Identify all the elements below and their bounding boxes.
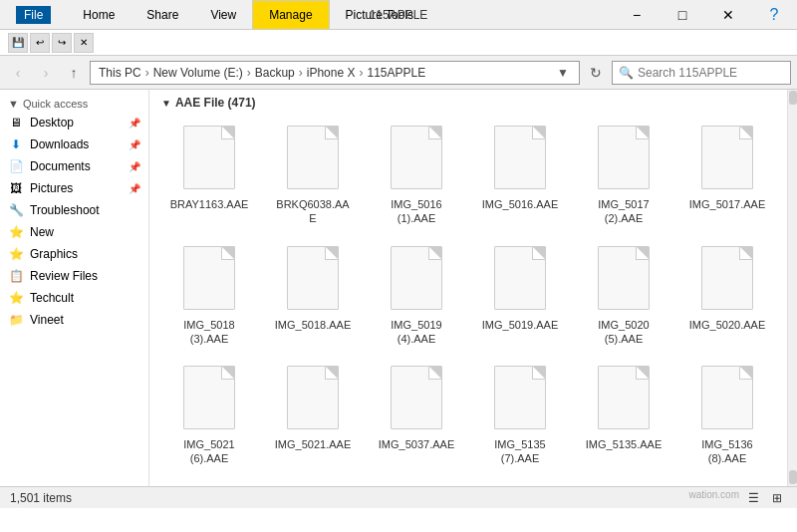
path-iphone[interactable]: iPhone X (307, 66, 356, 80)
file-label: IMG_5037.AAE (379, 437, 454, 451)
status-bar: 1,501 items wation.com ☰ ⊞ (0, 486, 797, 508)
up-button[interactable]: ↑ (62, 61, 86, 85)
grid-view-button[interactable]: ⊞ (767, 489, 787, 507)
file-label: IMG_5021.AAE (275, 437, 351, 451)
file-item[interactable] (576, 478, 671, 486)
section-header[interactable]: ▼ AAE File (471) (149, 90, 787, 114)
save-button-toolbar[interactable]: 💾 (8, 33, 28, 53)
file-item[interactable]: IMG_5021 (6).AAE (161, 358, 257, 470)
forward-button[interactable]: › (34, 61, 58, 85)
file-icon (177, 482, 241, 486)
pin-icon-downloads: 📌 (129, 139, 140, 150)
minimize-button[interactable]: − (614, 0, 660, 29)
pin-icon-pictures: 📌 (129, 183, 140, 194)
file-item[interactable]: IMG_5021.AAE (265, 358, 361, 470)
close-button[interactable]: ✕ (705, 0, 751, 29)
list-view-button[interactable]: ☰ (743, 489, 763, 507)
undo-button-toolbar[interactable]: ↩ (30, 33, 50, 53)
sidebar-item-vineet[interactable]: 📁 Vineet (0, 309, 148, 331)
file-label: IMG_5021 (6).AAE (183, 437, 234, 466)
maximize-button[interactable]: □ (660, 0, 705, 29)
file-item[interactable]: IMG_5017 (2).AAE (576, 118, 671, 230)
quick-access-header[interactable]: ▼ Quick access (0, 94, 148, 112)
file-item[interactable]: IMG_5020 (5).AAE (576, 238, 671, 351)
sidebar-item-troubleshoot[interactable]: 🔧 Troubleshoot (0, 199, 148, 221)
tab-file[interactable]: File (0, 0, 67, 29)
search-box[interactable]: 🔍 (612, 61, 791, 85)
sidebar-item-techcult[interactable]: ⭐ Techcult (0, 287, 148, 309)
sidebar-item-desktop[interactable]: 🖥 Desktop 📌 (0, 112, 148, 133)
sidebar-label-downloads: Downloads (30, 137, 89, 151)
path-this-pc[interactable]: This PC (99, 66, 141, 80)
sidebar-item-documents[interactable]: 📄 Documents 📌 (0, 155, 148, 177)
sidebar-label-review-files: Review Files (30, 269, 98, 283)
file-item[interactable]: IMG_5020.AAE (679, 238, 775, 351)
refresh-button[interactable]: ↻ (584, 61, 608, 85)
file-item[interactable]: IMG_5135.AAE (576, 358, 671, 470)
file-label: IMG_5016.AAE (482, 197, 558, 211)
delete-button-toolbar[interactable]: ✕ (74, 33, 94, 53)
sidebar-item-pictures[interactable]: 🖼 Pictures 📌 (0, 177, 148, 199)
path-backup[interactable]: Backup (255, 66, 295, 80)
file-item[interactable]: IMG_5018 (3).AAE (161, 238, 257, 351)
path-new-volume[interactable]: New Volume (E:) (153, 66, 243, 80)
file-label: BRAY1163.AAE (170, 197, 249, 211)
file-item[interactable] (265, 478, 361, 486)
file-label: IMG_5135.AAE (586, 437, 662, 451)
main-layout: ▼ Quick access 🖥 Desktop 📌 ⬇ Downloads 📌… (0, 90, 797, 486)
file-icon (281, 242, 345, 314)
redo-button-toolbar[interactable]: ↪ (52, 33, 72, 53)
file-label: IMG_5016 (1).AAE (391, 197, 441, 226)
sidebar-label-graphics: Graphics (30, 247, 78, 261)
address-path[interactable]: This PC › New Volume (E:) › Backup › iPh… (90, 61, 580, 85)
scrollbar-vertical[interactable] (787, 90, 797, 486)
file-item[interactable]: IMG_5018.AAE (265, 238, 361, 351)
search-icon: 🔍 (619, 66, 634, 80)
sidebar-item-review-files[interactable]: 📋 Review Files (0, 265, 148, 287)
file-icon (592, 362, 656, 433)
search-input[interactable] (638, 66, 787, 80)
section-label: AAE File (471) (175, 96, 256, 110)
file-icon (281, 122, 345, 193)
tab-home[interactable]: Home (67, 0, 131, 29)
path-dropdown-button[interactable]: ▼ (555, 65, 571, 81)
help-button[interactable]: ? (751, 0, 797, 29)
file-item[interactable]: IMG_5016.AAE (472, 118, 568, 230)
path-current[interactable]: 115APPLE (367, 66, 425, 80)
tab-view[interactable]: View (194, 0, 252, 29)
file-item[interactable]: IMG_5016 (1).AAE (369, 118, 464, 230)
sidebar-item-graphics[interactable]: ⭐ Graphics (0, 243, 148, 265)
file-item[interactable]: IMG_5017.AAE (679, 118, 775, 230)
file-tab-label[interactable]: File (16, 6, 51, 24)
file-item[interactable]: BRAY1163.AAE (161, 118, 257, 230)
file-label: IMG_5017.AAE (689, 197, 765, 211)
file-item[interactable]: IMG_5135 (7).AAE (472, 358, 568, 470)
file-item[interactable] (679, 478, 775, 486)
file-item[interactable]: BRKQ6038.AAE (265, 118, 361, 230)
file-item[interactable] (472, 478, 568, 486)
tab-manage[interactable]: Manage (252, 0, 329, 29)
pin-icon-desktop: 📌 (129, 118, 140, 129)
file-icon (177, 362, 241, 433)
file-label: IMG_5019.AAE (482, 318, 558, 332)
sidebar-item-downloads[interactable]: ⬇ Downloads 📌 (0, 133, 148, 155)
file-item[interactable] (369, 478, 464, 486)
file-item[interactable]: IMG_5037.AAE (369, 358, 464, 470)
file-item[interactable] (161, 478, 257, 486)
quick-access-label: Quick access (23, 98, 88, 110)
file-icon (281, 482, 345, 486)
file-icon (385, 122, 448, 193)
content-area: ▼ AAE File (471) BRAY1163.AAEBRKQ6038.AA… (149, 90, 787, 486)
troubleshoot-icon: 🔧 (8, 202, 24, 218)
file-label: IMG_5018 (3).AAE (183, 318, 234, 347)
file-item[interactable]: IMG_5019 (4).AAE (369, 238, 464, 351)
sidebar-item-new[interactable]: ⭐ New (0, 221, 148, 243)
review-files-icon: 📋 (8, 268, 24, 284)
ribbon-content: 💾 ↩ ↪ ✕ (0, 30, 797, 56)
back-button[interactable]: ‹ (6, 61, 30, 85)
watermark: wation.com (688, 489, 739, 507)
tab-share[interactable]: Share (131, 0, 194, 29)
file-item[interactable]: IMG_5019.AAE (472, 238, 568, 351)
file-item[interactable]: IMG_5136 (8).AAE (679, 358, 775, 470)
sidebar-label-documents: Documents (30, 159, 91, 173)
